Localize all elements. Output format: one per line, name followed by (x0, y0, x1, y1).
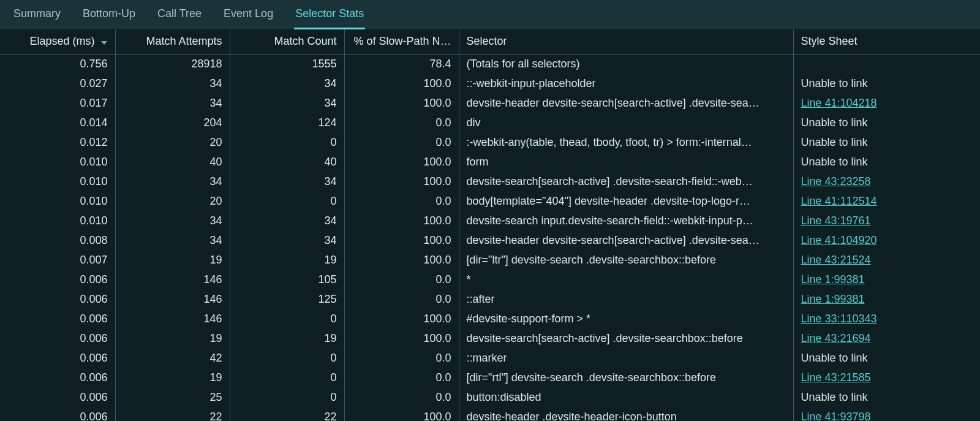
table-row[interactable]: 0.0173434100.0devsite-header devsite-sea… (0, 94, 980, 113)
cell-stylesheet: Line 43:23258 (793, 172, 980, 192)
table-row[interactable]: 0.0102000.0body[template="404"] devsite-… (0, 192, 980, 211)
cell-match-count: 0 (230, 133, 344, 153)
stylesheet-link[interactable]: Line 41:104920 (801, 234, 877, 246)
cell-selector: ::marker (459, 349, 793, 368)
cell-match-count: 0 (230, 349, 344, 368)
cell-match-count: 34 (230, 74, 344, 94)
cell-stylesheet-unable: Unable to link (793, 133, 980, 153)
table-row[interactable]: 0.0061460100.0#devsite-support-form > *L… (0, 309, 980, 329)
cell-match-count: 34 (230, 172, 344, 192)
cell-selector: devsite-search[search-active] .devsite-s… (459, 329, 793, 349)
column-header-elapsed-label: Elapsed (ms) (29, 35, 94, 47)
cell-slow-path: 100.0 (344, 211, 459, 231)
cell-slow-path: 0.0 (344, 290, 459, 309)
cell-slow-path: 100.0 (344, 251, 459, 270)
cell-stylesheet-unable: Unable to link (793, 113, 980, 133)
cell-match-attempts: 146 (115, 309, 230, 329)
panel-tab-strip: Summary Bottom-Up Call Tree Event Log Se… (0, 0, 980, 29)
cell-slow-path: 0.0 (344, 192, 459, 211)
table-row[interactable]: 0.0061461250.0::afterLine 1:99381 (0, 290, 980, 309)
cell-match-attempts: 19 (115, 368, 230, 388)
cell-selector: ::after (459, 290, 793, 309)
tab-call-tree[interactable]: Call Tree (156, 6, 203, 29)
cell-stylesheet-unable: Unable to link (793, 74, 980, 94)
cell-match-count: 105 (230, 270, 344, 290)
table-row[interactable]: 0.0064200.0::markerUnable to link (0, 349, 980, 368)
cell-match-attempts: 146 (115, 290, 230, 309)
column-header-slow-path[interactable]: % of Slow-Path N… (344, 29, 459, 54)
stylesheet-link[interactable]: Line 41:112514 (801, 195, 877, 207)
cell-elapsed: 0.017 (0, 94, 115, 113)
table-row[interactable]: 0.0062500.0button:disabledUnable to link (0, 388, 980, 408)
stylesheet-link[interactable]: Line 41:93798 (801, 411, 871, 421)
cell-elapsed: 0.008 (0, 231, 115, 251)
column-header-selector[interactable]: Selector (459, 29, 793, 54)
cell-match-count: 34 (230, 211, 344, 231)
table-row[interactable]: 0.0103434100.0devsite-search input.devsi… (0, 211, 980, 231)
cell-stylesheet: Line 1:99381 (793, 270, 980, 290)
cell-elapsed: 0.012 (0, 133, 115, 153)
cell-slow-path: 78.4 (344, 54, 459, 74)
table-row[interactable]: 0.0142041240.0divUnable to link (0, 113, 980, 133)
selector-stats-table: Elapsed (ms) Match Attempts Match Count … (0, 29, 980, 421)
cell-stylesheet: Line 41:104218 (793, 94, 980, 113)
column-header-match-count[interactable]: Match Count (230, 29, 344, 54)
cell-stylesheet: Line 1:99381 (793, 290, 980, 309)
cell-elapsed: 0.006 (0, 329, 115, 349)
stylesheet-link[interactable]: Line 43:21585 (801, 371, 871, 384)
tab-event-log[interactable]: Event Log (222, 6, 274, 29)
table-row[interactable]: 0.0071919100.0[dir="ltr"] devsite-search… (0, 251, 980, 270)
cell-slow-path: 100.0 (344, 94, 459, 113)
table-row[interactable]: 0.0083434100.0devsite-header devsite-sea… (0, 231, 980, 251)
cell-elapsed: 0.006 (0, 349, 115, 368)
cell-selector: div (459, 113, 793, 133)
stylesheet-link[interactable]: Line 1:99381 (801, 293, 865, 305)
cell-match-count: 19 (230, 329, 344, 349)
table-row[interactable]: 0.0103434100.0devsite-search[search-acti… (0, 172, 980, 192)
tab-selector-stats[interactable]: Selector Stats (294, 6, 365, 29)
cell-slow-path: 100.0 (344, 408, 459, 421)
table-row[interactable]: 0.0062222100.0devsite-header .devsite-he… (0, 408, 980, 421)
cell-slow-path: 100.0 (344, 231, 459, 251)
cell-match-count: 1555 (230, 54, 344, 74)
cell-match-attempts: 34 (115, 231, 230, 251)
cell-match-attempts: 42 (115, 349, 230, 368)
cell-slow-path: 0.0 (344, 270, 459, 290)
stylesheet-link[interactable]: Line 43:23258 (801, 175, 871, 188)
cell-elapsed: 0.010 (0, 192, 115, 211)
cell-match-count: 40 (230, 153, 344, 172)
cell-elapsed: 0.006 (0, 388, 115, 408)
table-row[interactable]: 0.0061461050.0*Line 1:99381 (0, 270, 980, 290)
table-row[interactable]: 0.0061919100.0devsite-search[search-acti… (0, 329, 980, 349)
cell-match-count: 22 (230, 408, 344, 421)
table-row[interactable]: 0.75628918155578.4(Totals for all select… (0, 54, 980, 74)
table-row[interactable]: 0.0104040100.0formUnable to link (0, 153, 980, 172)
stylesheet-link[interactable]: Line 43:21694 (801, 332, 871, 344)
stylesheet-link[interactable]: Line 43:19761 (801, 214, 871, 227)
cell-elapsed: 0.007 (0, 251, 115, 270)
table-row[interactable]: 0.0273434100.0::-webkit-input-placeholde… (0, 74, 980, 94)
column-header-match-attempts[interactable]: Match Attempts (115, 29, 230, 54)
stylesheet-link[interactable]: Line 41:104218 (801, 97, 877, 109)
tab-bottom-up[interactable]: Bottom-Up (81, 6, 137, 29)
column-header-style-sheet[interactable]: Style Sheet (793, 29, 980, 54)
stylesheet-link[interactable]: Line 43:21524 (801, 254, 871, 266)
table-row[interactable]: 0.0122000.0:-webkit-any(table, thead, tb… (0, 133, 980, 153)
cell-match-count: 19 (230, 251, 344, 270)
tab-summary[interactable]: Summary (12, 6, 62, 29)
cell-selector: ::-webkit-input-placeholder (459, 74, 793, 94)
sort-descending-icon (100, 36, 108, 48)
cell-selector: :-webkit-any(table, thead, tbody, tfoot,… (459, 133, 793, 153)
cell-stylesheet: Line 41:112514 (793, 192, 980, 211)
stylesheet-link[interactable]: Line 1:99381 (801, 273, 865, 286)
cell-selector: form (459, 153, 793, 172)
stylesheet-link[interactable]: Line 33:110343 (801, 313, 877, 325)
table-row[interactable]: 0.0061900.0[dir="rtl"] devsite-search .d… (0, 368, 980, 388)
cell-match-attempts: 40 (115, 153, 230, 172)
cell-match-attempts: 25 (115, 388, 230, 408)
cell-match-attempts: 20 (115, 133, 230, 153)
cell-match-attempts: 146 (115, 270, 230, 290)
cell-stylesheet: Line 43:21694 (793, 329, 980, 349)
column-header-elapsed[interactable]: Elapsed (ms) (0, 29, 115, 54)
cell-match-count: 0 (230, 368, 344, 388)
